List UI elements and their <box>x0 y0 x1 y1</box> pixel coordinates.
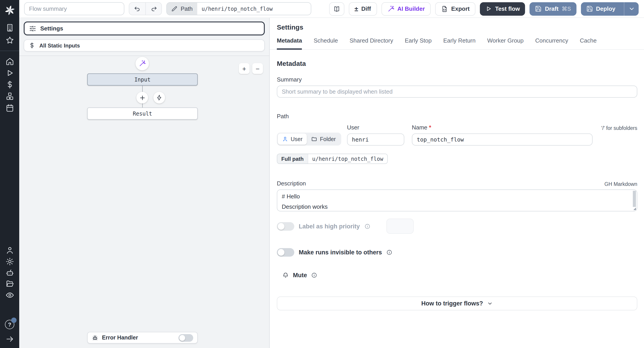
user-icon <box>282 136 288 142</box>
resize-grip-icon[interactable] <box>633 207 636 210</box>
redo-button[interactable] <box>145 3 162 15</box>
flow-panel: Settings All Static Inputs Input Result … <box>19 18 269 348</box>
subfolders-hint: '/' for subfolders <box>601 124 637 131</box>
owner-kind-folder-segment[interactable]: Folder <box>307 133 340 145</box>
result-node[interactable]: Result <box>87 107 198 120</box>
workspace-building-icon[interactable] <box>5 23 14 32</box>
tab-early-return[interactable]: Early Return <box>443 37 476 50</box>
user-field: User <box>347 124 404 145</box>
save-icon <box>535 5 542 12</box>
variables-dollar-icon[interactable] <box>5 80 14 89</box>
error-handler-toggle[interactable] <box>178 334 193 341</box>
flow-settings-card[interactable]: Settings <box>24 22 265 35</box>
summary-input[interactable] <box>277 86 637 98</box>
wand-sparkles-icon <box>387 5 394 12</box>
tab-cache[interactable]: Cache <box>580 37 596 50</box>
all-static-inputs-card[interactable]: All Static Inputs <box>24 39 265 52</box>
diff-button[interactable]: ± Diff <box>348 2 377 16</box>
high-priority-toggle[interactable] <box>277 222 294 230</box>
play-icon <box>485 5 492 12</box>
priority-value-input[interactable] <box>386 219 414 234</box>
undo-button[interactable] <box>129 3 145 15</box>
undo-icon <box>134 5 141 12</box>
export-button[interactable]: Export <box>435 2 476 16</box>
workers-robot-icon[interactable] <box>5 268 14 277</box>
sidebar-workspace-group <box>5 20 14 48</box>
audit-eye-icon[interactable] <box>5 291 14 300</box>
ai-flow-button[interactable] <box>136 57 149 70</box>
path-chip-value[interactable]: u/henri/top_notch_flow <box>197 3 311 15</box>
mute-label: Mute <box>293 272 307 279</box>
topbar: Path u/henri/top_notch_flow ± Diff AI Bu… <box>19 0 644 18</box>
chevron-down-icon <box>487 300 493 306</box>
zoom-out-button[interactable]: − <box>252 63 263 74</box>
tab-metadata[interactable]: Metadata <box>277 37 302 50</box>
deploy-label: Deploy <box>596 5 616 12</box>
error-handler-label: Error Handler <box>102 334 138 341</box>
user-input[interactable] <box>347 133 404 145</box>
trigger-label: How to trigger flows? <box>421 300 483 307</box>
tab-shared-directory[interactable]: Shared Directory <box>350 37 393 50</box>
tab-schedule[interactable]: Schedule <box>314 37 338 50</box>
settings-panel-title: Settings <box>277 23 637 31</box>
settings-panel: Settings Metadata Schedule Shared Direct… <box>269 18 644 348</box>
description-textarea[interactable]: # Hello Description works <box>277 190 637 211</box>
how-to-trigger-flows-expander[interactable]: How to trigger flows? <box>277 296 637 310</box>
windmill-flow-editor: ? Path u/henri/top_notch_flow <box>0 0 644 348</box>
draft-button[interactable]: Draft ⌘S <box>530 2 576 16</box>
settings-gear-icon[interactable] <box>5 257 14 266</box>
tab-worker-group[interactable]: Worker Group <box>487 37 524 50</box>
invisible-runs-toggle[interactable] <box>277 248 294 257</box>
flow-summary-input[interactable] <box>24 2 124 15</box>
info-icon <box>311 272 317 278</box>
wand-sparkles-icon <box>139 60 146 67</box>
resources-boxes-icon[interactable] <box>5 92 14 101</box>
help-button[interactable]: ? <box>5 320 14 329</box>
deploy-button[interactable]: Deploy <box>581 2 621 16</box>
windmill-logo-icon <box>4 5 16 16</box>
folder-icon <box>312 136 317 142</box>
favorites-star-icon[interactable] <box>5 36 14 45</box>
tab-concurrency[interactable]: Concurrency <box>535 37 568 50</box>
invisible-runs-label: Make runs invisible to others <box>299 249 382 256</box>
redo-icon <box>150 5 157 12</box>
add-step-button[interactable] <box>136 92 148 103</box>
ai-builder-button[interactable]: AI Builder <box>381 2 431 16</box>
users-person-icon[interactable] <box>5 246 14 255</box>
sidebar-divider <box>0 51 19 51</box>
bug-icon <box>92 334 98 341</box>
name-input[interactable] <box>412 133 592 145</box>
path-chip-label: Path <box>181 5 193 12</box>
flow-graph-canvas[interactable]: Input Result + − Error Handler <box>19 56 269 348</box>
full-path-value: u/henri/top_notch_flow <box>308 154 387 163</box>
windmill-logo[interactable] <box>4 1 16 20</box>
deploy-options-button[interactable] <box>624 2 639 16</box>
description-label: Description <box>277 180 306 187</box>
canvas-zoom-controls: + − <box>239 63 263 74</box>
path-section-label: Path <box>277 113 637 120</box>
input-node[interactable]: Input <box>87 73 198 86</box>
metadata-heading: Metadata <box>277 60 637 67</box>
owner-kind-user-segment[interactable]: User <box>278 133 307 145</box>
error-handler-card[interactable]: Error Handler <box>87 332 198 343</box>
schedules-calendar-icon[interactable] <box>5 103 14 112</box>
home-icon[interactable] <box>5 57 14 66</box>
path-chip-prefix: Path <box>167 3 197 15</box>
path-controls: User Folder User Name * '/' for subfolde… <box>277 124 637 145</box>
invisible-runs-row: Make runs invisible to others <box>277 248 637 257</box>
description-scrollbar[interactable] <box>633 191 636 207</box>
test-flow-button[interactable]: Test flow <box>480 2 525 16</box>
path-chip[interactable]: Path u/henri/top_notch_flow <box>166 2 311 15</box>
owner-kind-user-label: User <box>291 136 302 142</box>
tab-early-stop[interactable]: Early Stop <box>405 37 432 50</box>
add-trigger-button[interactable] <box>154 92 165 103</box>
markdown-hint: GH Markdown <box>604 182 637 187</box>
zoom-in-button[interactable]: + <box>239 63 250 74</box>
folders-icon[interactable] <box>5 279 14 288</box>
docs-book-button[interactable] <box>329 2 344 16</box>
expand-sidebar-arrow-icon[interactable] <box>5 334 14 343</box>
chevron-down-icon <box>628 5 635 12</box>
diff-label: Diff <box>361 5 371 12</box>
runs-play-icon[interactable] <box>5 69 14 77</box>
toggle-knob <box>179 335 185 340</box>
